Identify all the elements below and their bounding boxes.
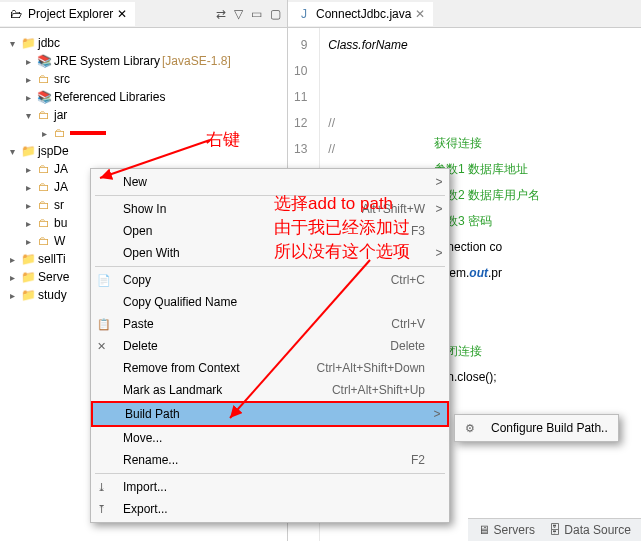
tree-label: JRE System Library — [54, 54, 160, 68]
menu-item-mark-as-landmark[interactable]: Mark as LandmarkCtrl+Alt+Shift+Up — [91, 379, 449, 401]
build-path-submenu[interactable]: ⚙ Configure Build Path.. — [454, 414, 619, 442]
menu-label: Rename... — [123, 453, 401, 467]
menu-item-copy[interactable]: 📄CopyCtrl+C — [91, 269, 449, 291]
menu-item-rename-[interactable]: Rename...F2 — [91, 449, 449, 471]
maximize-icon[interactable]: ▢ — [270, 7, 281, 21]
proj-icon: 📁 — [20, 251, 36, 267]
menu-item-configure-build-path[interactable]: ⚙ Configure Build Path.. — [455, 417, 618, 439]
tree-label: W — [54, 234, 65, 248]
menu-item-delete[interactable]: ✕DeleteDelete — [91, 335, 449, 357]
tree-label: sellTi — [38, 252, 66, 266]
expand-icon[interactable]: ▸ — [22, 55, 34, 67]
menu-separator — [95, 266, 445, 267]
data-source-view[interactable]: 🗄 Data Source — [549, 523, 631, 537]
expand-icon[interactable]: ▾ — [6, 145, 18, 157]
code-comment: // — [328, 110, 407, 136]
lib-icon: 📚 — [36, 89, 52, 105]
minimize-icon[interactable]: ▭ — [251, 7, 262, 21]
line-number: 9 — [294, 32, 307, 58]
submenu-arrow-icon: > — [433, 407, 441, 421]
tree-label: JA — [54, 180, 68, 194]
proj-icon: 📁 — [20, 143, 36, 159]
project-explorer-title: Project Explorer — [28, 7, 113, 21]
line-number: 10 — [294, 58, 307, 84]
menu-item-build-path[interactable]: Build Path> — [91, 401, 449, 427]
tree-item[interactable]: ▸📚Referenced Libraries — [4, 88, 283, 106]
tree-item[interactable]: ▸🗀 — [4, 124, 283, 142]
expand-icon[interactable]: ▸ — [38, 127, 50, 139]
tree-label: jar — [54, 108, 67, 122]
link-editor-icon[interactable]: ⇄ — [216, 7, 226, 21]
menu-accelerator: Ctrl+Alt+Shift+Up — [332, 383, 425, 397]
code-text: forName — [362, 38, 408, 52]
tree-item[interactable]: ▾📁jdbc — [4, 34, 283, 52]
tree-decor: [JavaSE-1.8] — [162, 54, 231, 68]
tree-label: sr — [54, 198, 64, 212]
menu-item-move-[interactable]: Move... — [91, 427, 449, 449]
annotation-3: 所以没有这个选项 — [274, 240, 410, 263]
menu-item-new[interactable]: New> — [91, 171, 449, 193]
proj-icon: 📁 — [20, 269, 36, 285]
menu-item-import-[interactable]: ⤓Import... — [91, 476, 449, 498]
menu-label: Build Path — [125, 407, 413, 421]
folder-icon: 🗀 — [36, 233, 52, 249]
menu-label: Paste — [123, 317, 381, 331]
menu-item-export-[interactable]: ⤒Export... — [91, 498, 449, 520]
close-icon[interactable]: ✕ — [117, 7, 127, 21]
expand-icon[interactable]: ▸ — [22, 235, 34, 247]
menu-label: Move... — [123, 431, 415, 445]
close-icon[interactable]: ✕ — [415, 7, 425, 21]
editor-tab[interactable]: J ConnectJdbc.java ✕ — [288, 2, 433, 26]
menu-icon: 📋 — [97, 318, 113, 331]
tree-item[interactable]: ▸📚JRE System Library [JavaSE-1.8] — [4, 52, 283, 70]
expand-icon[interactable]: ▸ — [22, 73, 34, 85]
menu-label: Export... — [123, 502, 415, 516]
servers-view[interactable]: 🖥 Servers — [478, 523, 535, 537]
proj-icon: 📁 — [20, 287, 36, 303]
menu-accelerator: Delete — [390, 339, 425, 353]
tree-item[interactable]: ▾📁jspDe — [4, 142, 283, 160]
menu-item-copy-qualified-name[interactable]: Copy Qualified Name — [91, 291, 449, 313]
tree-item[interactable]: ▾🗀jar — [4, 106, 283, 124]
expand-icon[interactable]: ▸ — [22, 217, 34, 229]
menu-accelerator: Ctrl+V — [391, 317, 425, 331]
tree-item[interactable]: ▸🗀src — [4, 70, 283, 88]
menu-item-remove-from-context[interactable]: Remove from ContextCtrl+Alt+Shift+Down — [91, 357, 449, 379]
menu-item-paste[interactable]: 📋PasteCtrl+V — [91, 313, 449, 335]
submenu-arrow-icon: > — [435, 246, 443, 260]
expand-icon[interactable]: ▸ — [22, 163, 34, 175]
expand-icon[interactable]: ▾ — [22, 109, 34, 121]
tree-label: src — [54, 72, 70, 86]
folder-icon: 🗀 — [36, 179, 52, 195]
expand-icon[interactable]: ▸ — [22, 181, 34, 193]
menu-label: Remove from Context — [123, 361, 307, 375]
menu-icon: ⤓ — [97, 481, 113, 494]
folder-icon: 🗀 — [36, 197, 52, 213]
menu-label: Delete — [123, 339, 380, 353]
tree-label: JA — [54, 162, 68, 176]
submenu-arrow-icon: > — [435, 202, 443, 216]
annotation-rightclick: 右键 — [206, 128, 240, 151]
line-number: 11 — [294, 84, 307, 110]
project-explorer-tab[interactable]: 🗁 Project Explorer ✕ — [0, 2, 135, 26]
menu-label: Copy — [123, 273, 381, 287]
lib-icon: 📚 — [36, 53, 52, 69]
status-bar: 🖥 Servers 🗄 Data Source — [468, 518, 641, 541]
annotation-2: 由于我已经添加过 — [274, 216, 410, 239]
expand-icon[interactable]: ▾ — [6, 37, 18, 49]
expand-icon[interactable]: ▸ — [6, 253, 18, 265]
menu-label: Copy Qualified Name — [123, 295, 415, 309]
menu-accelerator: Ctrl+C — [391, 273, 425, 287]
folder-icon: 🗀 — [36, 71, 52, 87]
expand-icon[interactable]: ▸ — [6, 271, 18, 283]
menu-icon: 📄 — [97, 274, 113, 287]
menu-label: New — [123, 175, 415, 189]
folder-icon: 🗀 — [36, 107, 52, 123]
view-menu-icon[interactable]: ▽ — [234, 7, 243, 21]
expand-icon[interactable]: ▸ — [22, 91, 34, 103]
tree-label: bu — [54, 216, 67, 230]
submenu-arrow-icon: > — [435, 175, 443, 189]
expand-icon[interactable]: ▸ — [6, 289, 18, 301]
tree-label: study — [38, 288, 67, 302]
expand-icon[interactable]: ▸ — [22, 199, 34, 211]
